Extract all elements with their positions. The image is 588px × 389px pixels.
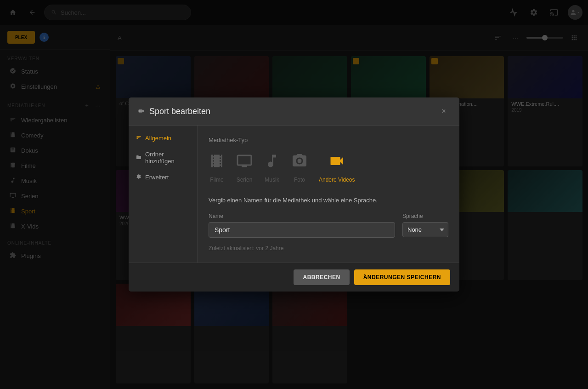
allgemein-icon bbox=[136, 135, 141, 142]
sprache-field-group: Sprache None Deutsch English Français bbox=[402, 213, 448, 237]
foto-type-icon bbox=[291, 153, 308, 173]
dialog-nav-allgemein[interactable]: Allgemein bbox=[129, 130, 197, 146]
media-type-filme[interactable]: Filme bbox=[209, 153, 225, 183]
sprache-select[interactable]: None Deutsch English Français bbox=[402, 222, 448, 237]
name-label: Name bbox=[209, 213, 395, 219]
musik-type-icon bbox=[264, 153, 280, 173]
dialog-nav-ordner-label: Ordner hinzufügen bbox=[145, 151, 190, 165]
foto-type-label: Foto bbox=[294, 177, 305, 183]
dialog-nav-erweitert-label: Erweitert bbox=[145, 174, 169, 181]
save-button[interactable]: ÄNDERUNGEN SPEICHERN bbox=[354, 269, 450, 285]
dialog-nav: Allgemein Ordner hinzufügen Erweitert bbox=[129, 126, 198, 263]
form-row: Name Sprache None Deutsch English França… bbox=[209, 213, 448, 238]
dialog-nav-erweitert[interactable]: Erweitert bbox=[129, 169, 197, 185]
andere-type-label: Andere Videos bbox=[319, 177, 355, 183]
filme-type-icon bbox=[209, 153, 225, 173]
media-type-serien[interactable]: Serien bbox=[236, 153, 253, 183]
dialog-main-content: Mediathek-Typ Filme Serien bbox=[198, 126, 459, 263]
dialog-hint: Vergib einen Namen für die Mediathek und… bbox=[209, 197, 448, 204]
dialog-pencil-icon: ✏ bbox=[138, 106, 145, 116]
dialog-body: Allgemein Ordner hinzufügen Erweitert bbox=[129, 126, 459, 263]
erweitert-icon bbox=[136, 174, 141, 181]
dialog-nav-ordner[interactable]: Ordner hinzufügen bbox=[129, 146, 197, 169]
media-type-musik[interactable]: Musik bbox=[264, 153, 280, 183]
dialog-timestamp: Zuletzt aktualisiert: vor 2 Jahre bbox=[209, 245, 448, 252]
cancel-button[interactable]: ABBRECHEN bbox=[294, 269, 349, 285]
sprache-label: Sprache bbox=[402, 213, 448, 219]
name-field-group: Name bbox=[209, 213, 395, 238]
modal-overlay[interactable]: ✏ Sport bearbeiten × Allgemein Ordner hi… bbox=[0, 0, 588, 389]
ordner-icon bbox=[136, 154, 141, 161]
dialog-nav-allgemein-label: Allgemein bbox=[145, 135, 171, 142]
media-type-selector: Filme Serien Musik bbox=[209, 153, 448, 183]
dialog-header: ✏ Sport bearbeiten × bbox=[129, 97, 459, 126]
filme-type-label: Filme bbox=[210, 177, 223, 183]
andere-type-icon bbox=[328, 153, 345, 173]
serien-type-icon bbox=[236, 153, 253, 173]
musik-type-label: Musik bbox=[265, 177, 279, 183]
dialog-close-button[interactable]: × bbox=[437, 105, 450, 118]
media-type-andere[interactable]: Andere Videos bbox=[319, 153, 355, 183]
edit-dialog: ✏ Sport bearbeiten × Allgemein Ordner hi… bbox=[129, 97, 459, 292]
mediathek-typ-label: Mediathek-Typ bbox=[209, 137, 448, 143]
dialog-footer: ABBRECHEN ÄNDERUNGEN SPEICHERN bbox=[129, 263, 459, 292]
name-input[interactable] bbox=[209, 222, 395, 238]
media-type-foto[interactable]: Foto bbox=[291, 153, 308, 183]
dialog-title: Sport bearbeiten bbox=[149, 107, 433, 116]
serien-type-label: Serien bbox=[237, 177, 253, 183]
